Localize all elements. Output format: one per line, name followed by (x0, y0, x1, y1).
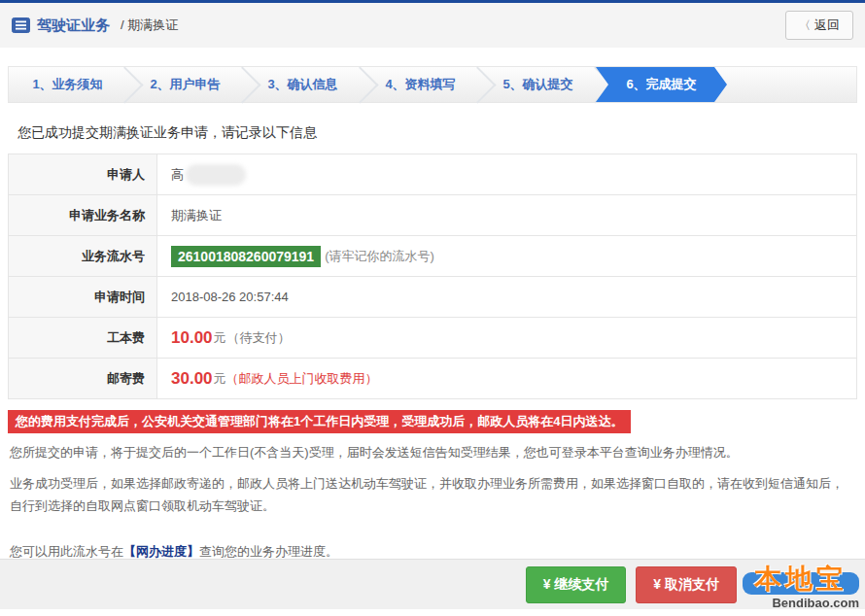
progress-suffix: 查询您的业务办理进度。 (199, 544, 338, 559)
row-value-apply-time: 2018-08-26 20:57:44 (157, 277, 856, 317)
business-name: 期满换证 (171, 207, 222, 224)
serial-number-badge: 261001808260079191 (171, 246, 321, 267)
postage-fee-amount: 30.00 (171, 369, 213, 389)
step-2-user-declaration[interactable]: 2、用户申告 (126, 67, 244, 102)
row-label-applicant: 申请人 (9, 154, 157, 194)
row-value-serial-number: 261001808260079191 (请牢记你的流水号) (157, 236, 856, 276)
footer-action-bar: ¥ 继续支付 ¥ 取消支付 (0, 559, 865, 609)
payment-alert-banner: 您的费用支付完成后，公安机关交通管理部门将在1个工作日内受理，受理成功后，邮政人… (8, 410, 631, 433)
table-row: 邮寄费 30.00 元 （邮政人员上门收取费用） (9, 359, 856, 398)
table-row: 工本费 10.00 元 （待支付） (9, 318, 856, 359)
success-message: 您已成功提交期满换证业务申请，请记录以下信息 (17, 124, 848, 142)
step-3-confirm-info[interactable]: 3、确认信息 (244, 67, 362, 102)
back-button[interactable]: 〈 返回 (785, 11, 853, 40)
row-value-applicant: 高 (157, 154, 856, 194)
production-fee-amount: 10.00 (171, 328, 213, 348)
wizard-step-bar: 1、业务须知 2、用户申告 3、确认信息 4、资料填写 5、确认提交 6、完成提… (8, 66, 857, 103)
row-label-postage-fee: 邮寄费 (9, 359, 157, 398)
bendibao-logo: 本地宝 (741, 564, 861, 595)
row-value-production-fee: 10.00 元 （待支付） (157, 318, 856, 358)
table-row: 申请业务名称 期满换证 (9, 195, 856, 236)
table-row: 业务流水号 261001808260079191 (请牢记你的流水号) (9, 236, 856, 277)
bendibao-watermark: 本地宝 Bendibao.com (741, 564, 861, 610)
online-progress-link[interactable]: 【网办进度】 (123, 544, 199, 559)
redaction-blur (186, 164, 246, 186)
page-header: 驾驶证业务 / 期满换证 〈 返回 (0, 3, 865, 48)
bendibao-logo-en: Bendibao.com (741, 596, 861, 610)
row-value-postage-fee: 30.00 元 （邮政人员上门收取费用） (157, 359, 856, 398)
production-fee-note: （待支付） (227, 329, 291, 347)
row-label-apply-time: 申请时间 (9, 277, 157, 317)
application-info-table: 申请人 高 申请业务名称 期满换证 业务流水号 2610018082600791… (8, 154, 857, 399)
table-row: 申请人 高 (9, 154, 856, 195)
cancel-payment-button[interactable]: ¥ 取消支付 (636, 566, 737, 603)
continue-payment-button[interactable]: ¥ 继续支付 (526, 566, 627, 603)
step-4-fill-data[interactable]: 4、资料填写 (362, 67, 479, 102)
step-6-complete-submit[interactable]: 6、完成提交 (596, 67, 727, 102)
row-label-serial-number: 业务流水号 (9, 236, 157, 276)
page: 驾驶证业务 / 期满换证 〈 返回 1、业务须知 2、用户申告 3、确认信息 4… (0, 0, 865, 616)
page-title: 驾驶证业务 (37, 17, 110, 35)
row-value-business-name: 期满换证 (157, 195, 856, 235)
breadcrumb-current: / 期满换证 (121, 17, 178, 34)
alert-banner-wrap: 您的费用支付完成后，公安机关交通管理部门将在1个工作日内受理，受理成功后，邮政人… (8, 410, 857, 433)
table-row: 申请时间 2018-08-26 20:57:44 (9, 277, 856, 318)
breadcrumb: 驾驶证业务 / 期满换证 (12, 17, 785, 35)
list-icon (12, 17, 30, 33)
postage-fee-note: （邮政人员上门收取费用） (226, 370, 378, 388)
progress-prefix: 您可以用此流水号在 (10, 544, 123, 559)
fee-unit: 元 (214, 370, 226, 388)
row-label-production-fee: 工本费 (9, 318, 157, 358)
bendibao-logo-cn: 本地宝 (741, 564, 861, 595)
fee-unit: 元 (214, 329, 226, 347)
info-paragraph-1: 您所提交的申请，将于提交后的一个工作日(不含当天)受理，届时会发送短信告知受理结… (10, 442, 855, 464)
serial-number-note: (请牢记你的流水号) (325, 248, 434, 265)
back-button-label: 返回 (814, 17, 840, 34)
row-label-business-name: 申请业务名称 (9, 195, 157, 235)
applicant-name: 高 (171, 166, 184, 184)
info-paragraph-2: 业务成功受理后，如果选择邮政寄递的，邮政人员将上门送达机动车驾驶证，并收取办理业… (10, 473, 855, 518)
apply-time: 2018-08-26 20:57:44 (171, 290, 289, 304)
step-5-confirm-submit[interactable]: 5、确认提交 (479, 67, 597, 102)
step-1-business-notice[interactable]: 1、业务须知 (9, 67, 126, 102)
chevron-left-icon: 〈 (799, 17, 811, 34)
